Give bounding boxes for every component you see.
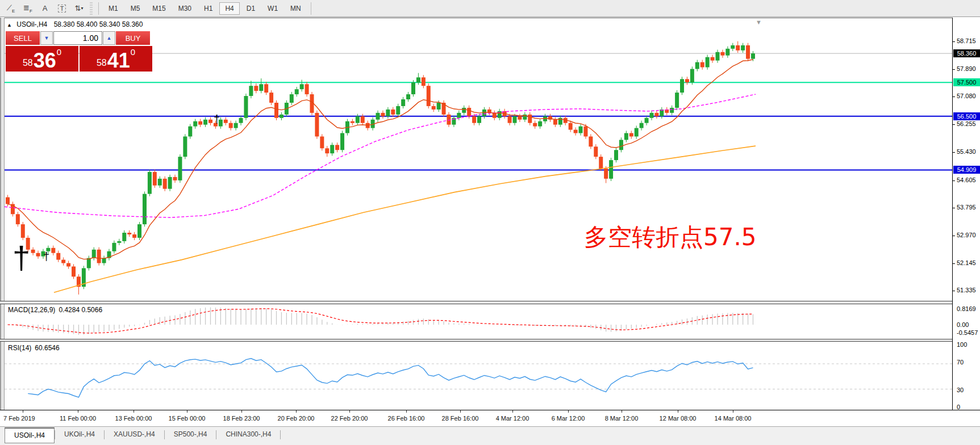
indicator-axis-label: 70 bbox=[957, 359, 964, 366]
timeframe-button-D1[interactable]: D1 bbox=[241, 2, 261, 15]
time-tick-label: 18 Feb 23:00 bbox=[223, 415, 260, 422]
volume-increase-button[interactable]: ▲ bbox=[103, 31, 115, 45]
ohlc-low: 58.340 bbox=[99, 20, 120, 28]
chart-tab-sp500-h4[interactable]: SP500-,H4 bbox=[165, 427, 216, 442]
toolbar-grip bbox=[90, 2, 93, 15]
timeframe-button-M1[interactable]: M1 bbox=[103, 2, 124, 15]
time-tick-label: 14 Mar 08:00 bbox=[715, 415, 752, 422]
buy-button[interactable]: BUY bbox=[116, 31, 150, 45]
price-tick bbox=[953, 263, 955, 264]
price-tick-label: 53.795 bbox=[957, 204, 976, 211]
fibonacci-retracement-icon[interactable]: ≣F bbox=[21, 2, 35, 15]
time-tick-label: 26 Feb 16:00 bbox=[388, 415, 425, 422]
indicator-axis-label: 30 bbox=[957, 387, 964, 393]
dagger-marker: † bbox=[12, 242, 30, 274]
toolbar: ⟋E≣FAT⇅ ▾ M1M5M15M30H1H4D1W1MN bbox=[0, 0, 980, 17]
window-left-frame bbox=[0, 18, 5, 426]
price-tick-label: 52.970 bbox=[957, 232, 976, 238]
price-tick bbox=[953, 41, 955, 42]
chart-header: ▲ USOil-,H4 58.380 58.400 58.340 58.360 bbox=[7, 20, 143, 28]
time-tick-label: 13 Feb 00:00 bbox=[115, 415, 152, 422]
ohlc-open: 58.380 bbox=[54, 20, 75, 28]
collapse-panel-icon[interactable]: ▲ bbox=[7, 22, 12, 28]
scroll-to-end-icon[interactable]: ▼ bbox=[756, 19, 762, 26]
equidistant-channel-icon[interactable]: ⟋E bbox=[4, 2, 18, 15]
sell-price-sup: 0 bbox=[57, 47, 61, 57]
time-tick bbox=[512, 410, 513, 413]
volume-decrease-button[interactable]: ▼ bbox=[40, 31, 53, 45]
price-tick bbox=[953, 180, 955, 181]
time-tick bbox=[23, 410, 23, 413]
volume-input[interactable] bbox=[53, 31, 102, 45]
price-tick-label: 58.715 bbox=[957, 37, 976, 44]
time-tick-label: 28 Feb 16:00 bbox=[442, 415, 479, 422]
time-tick-label: 4 Mar 12:00 bbox=[496, 415, 529, 422]
time-tick bbox=[568, 410, 569, 413]
arrows-tool-icon[interactable]: ⇅ ▾ bbox=[72, 2, 86, 15]
macd-pane[interactable] bbox=[5, 304, 952, 339]
timeframe-button-W1[interactable]: W1 bbox=[262, 2, 283, 15]
rsi-pane[interactable] bbox=[5, 342, 952, 410]
time-tick bbox=[622, 410, 622, 413]
sell-price-big: 36 bbox=[34, 52, 56, 69]
price-axis[interactable]: 58.71557.89057.08056.25555.43054.60553.7… bbox=[952, 18, 980, 426]
text-box-icon[interactable]: T bbox=[55, 2, 69, 15]
price-tick bbox=[953, 69, 955, 70]
tab-separator bbox=[280, 430, 281, 439]
price-badge: 58.360 bbox=[953, 49, 980, 57]
price-tick bbox=[953, 124, 955, 125]
rsi-label: RSI(14)60.6546 bbox=[8, 344, 60, 352]
time-tick bbox=[733, 410, 733, 413]
price-badge: 57.500 bbox=[953, 78, 980, 86]
buy-price-big: 41 bbox=[107, 52, 130, 69]
text-label-icon[interactable]: A bbox=[38, 2, 52, 15]
time-axis[interactable]: 7 Feb 201911 Feb 00:0013 Feb 00:0015 Feb… bbox=[0, 410, 980, 426]
chart-tab-ukoil-h4[interactable]: UKOil-,H4 bbox=[55, 427, 104, 442]
buy-price-panel[interactable]: 58 41 0 bbox=[80, 46, 152, 72]
timeframe-button-M5[interactable]: M5 bbox=[125, 2, 146, 15]
indicator-axis-label: 0.00 bbox=[957, 321, 969, 328]
buy-price-sup: 0 bbox=[131, 47, 135, 57]
ohlc-close: 58.360 bbox=[122, 20, 143, 28]
dagger-marker: † bbox=[214, 114, 220, 125]
price-tick bbox=[953, 208, 955, 208]
price-tick-label: 57.890 bbox=[957, 65, 976, 72]
price-tick bbox=[953, 96, 955, 97]
price-tick-label: 55.430 bbox=[957, 148, 976, 155]
time-tick-label: 22 Feb 20:00 bbox=[331, 415, 368, 422]
one-click-trading-panel: SELL ▼ ▲ BUY 58 36 0 58 41 0 bbox=[6, 31, 152, 72]
time-tick-label: 12 Mar 08:00 bbox=[660, 415, 697, 422]
sell-price-panel[interactable]: 58 36 0 bbox=[6, 46, 78, 72]
time-tick bbox=[134, 410, 134, 413]
sell-button[interactable]: SELL bbox=[6, 31, 40, 45]
timeframe-button-M15[interactable]: M15 bbox=[147, 2, 171, 15]
dagger-marker: † bbox=[43, 251, 49, 262]
ohlc-high: 58.400 bbox=[77, 20, 98, 28]
time-tick bbox=[296, 410, 297, 413]
chart-tab-china300-h4[interactable]: CHINA300-,H4 bbox=[216, 427, 280, 442]
price-tick-label: 57.080 bbox=[957, 93, 976, 99]
buy-price-small: 58 bbox=[97, 58, 107, 68]
time-tick-label: 20 Feb 20:00 bbox=[278, 415, 315, 422]
time-tick bbox=[78, 410, 78, 413]
macd-label: MACD(12,26,9)0.4284 0.5066 bbox=[8, 306, 102, 314]
chart-tab-xauusd-h4[interactable]: XAUUSD-,H4 bbox=[105, 427, 164, 442]
time-tick-label: 11 Feb 00:00 bbox=[60, 415, 96, 422]
time-tick-label: 15 Feb 00:00 bbox=[169, 415, 206, 422]
chart-symbol-title: USOil-,H4 bbox=[16, 20, 47, 28]
price-badge: 56.500 bbox=[953, 112, 980, 120]
price-tick bbox=[953, 291, 955, 291]
sell-price-small: 58 bbox=[23, 58, 33, 68]
chart-tab-usoil-h4[interactable]: USOil-,H4 bbox=[5, 427, 55, 443]
timeframe-button-H4[interactable]: H4 bbox=[219, 2, 239, 15]
indicator-axis-label: 0.8169 bbox=[957, 305, 976, 312]
timeframe-button-MN[interactable]: MN bbox=[285, 2, 307, 15]
price-badge: 54.909 bbox=[953, 166, 980, 174]
time-tick bbox=[460, 410, 461, 413]
timeframe-button-H1[interactable]: H1 bbox=[198, 2, 218, 15]
time-tick bbox=[349, 410, 350, 413]
toolbar-separator bbox=[98, 2, 99, 15]
price-tick bbox=[953, 152, 955, 153]
time-tick bbox=[406, 410, 407, 413]
timeframe-button-M30[interactable]: M30 bbox=[173, 2, 197, 15]
